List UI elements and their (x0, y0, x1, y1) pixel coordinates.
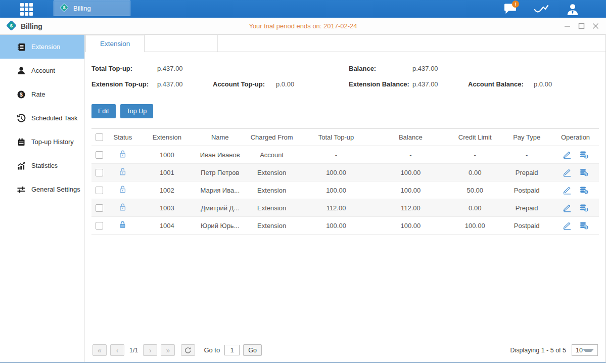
topup-history-icon (16, 137, 26, 147)
reports-chart-icon[interactable] (533, 3, 549, 16)
topup-button[interactable]: Top Up (120, 104, 154, 118)
trial-notice: Your trial period ends on: 2017-02-24 (0, 22, 606, 30)
sidebar-item-general-settings[interactable]: General Settings (0, 177, 84, 201)
header-operation: Operation (552, 133, 599, 141)
cell-credit-limit: 50.00 (448, 187, 501, 194)
row-checkbox[interactable] (96, 151, 103, 159)
cell-balance: - (372, 151, 448, 159)
account-balance-label: Account Balance: (468, 80, 534, 88)
edit-pencil-icon[interactable] (563, 204, 572, 212)
topup-coins-icon[interactable]: $ (579, 204, 589, 212)
cell-balance: 100.00 (372, 187, 448, 194)
notifications-chat-icon[interactable]: ! (502, 3, 518, 16)
statistics-icon (16, 161, 26, 170)
scheduled-task-icon (16, 113, 26, 123)
sidebar-item-extension[interactable]: Extension (0, 35, 84, 59)
sidebar-item-label: Top-up History (31, 138, 74, 146)
goto-page-input[interactable] (224, 345, 240, 355)
unlocked-icon (118, 150, 127, 160)
row-checkbox[interactable] (96, 187, 103, 194)
svg-text:$: $ (585, 172, 587, 176)
sidebar-item-statistics[interactable]: Statistics (0, 154, 84, 177)
minimize-icon[interactable] (563, 22, 572, 31)
cell-total-topup: 112.00 (300, 204, 373, 212)
cell-balance: 100.00 (372, 169, 448, 176)
svg-text:$: $ (585, 155, 587, 159)
cell-charged-from: Extension (244, 204, 300, 212)
top-bar: $ Billing ! (0, 0, 606, 18)
account-topup-label: Account Top-up: (213, 80, 276, 88)
sidebar-item-label: Statistics (31, 162, 58, 169)
sidebar-item-account[interactable]: Account (0, 59, 84, 82)
header-total-topup: Total Top-up (300, 133, 373, 141)
tab-bar: Extension (85, 35, 605, 52)
cell-name: Юрий Юрь... (196, 222, 244, 230)
sidebar-item-scheduled-task[interactable]: Scheduled Task (0, 106, 84, 130)
row-checkbox[interactable] (96, 204, 103, 212)
sidebar: Extension Account $ Rate Scheduled Task … (0, 35, 85, 362)
edit-button[interactable]: Edit (91, 104, 116, 118)
header-charged-from: Charged From (244, 133, 300, 141)
tab-extension[interactable]: Extension (85, 35, 145, 52)
cell-balance: 100.00 (372, 222, 448, 230)
edit-pencil-icon[interactable] (563, 186, 572, 195)
select-all-checkbox[interactable] (96, 133, 103, 141)
table-row: 1001 Петр Петров Extension 100.00 100.00… (91, 164, 599, 181)
first-page-button[interactable]: « (92, 344, 107, 356)
last-page-button[interactable]: » (161, 344, 175, 356)
cell-credit-limit: 100.00 (448, 222, 501, 230)
table-row: 1003 Дмитрий Д... Extension 112.00 112.0… (91, 199, 599, 217)
row-checkbox[interactable] (96, 169, 103, 176)
displaying-text: Displaying 1 - 5 of 5 (510, 347, 566, 354)
account-icon (16, 66, 26, 75)
topup-coins-icon[interactable]: $ (579, 221, 589, 230)
cell-total-topup: 100.00 (300, 222, 373, 230)
window-title-bar: $ Billing Your trial period ends on: 201… (0, 18, 606, 35)
close-icon[interactable] (591, 22, 600, 31)
topup-coins-icon[interactable]: $ (579, 151, 589, 159)
billing-diamond-icon: $ (59, 3, 69, 14)
window-title: Billing (21, 22, 42, 30)
apps-grid-icon[interactable] (20, 3, 32, 15)
header-extension: Extension (138, 133, 196, 141)
account-topup-value: p.0.00 (276, 80, 349, 88)
topup-coins-icon[interactable]: $ (579, 186, 589, 195)
billing-app-icon: $ (6, 20, 17, 32)
unlocked-icon (118, 185, 127, 195)
cell-name: Мария Ива... (196, 187, 244, 194)
edit-pencil-icon[interactable] (563, 221, 572, 230)
user-account-icon[interactable] (565, 3, 581, 16)
page-size-value: 10 (576, 347, 583, 354)
rate-icon: $ (16, 89, 26, 99)
sidebar-item-topup-history[interactable]: Top-up History (0, 130, 84, 154)
go-button[interactable]: Go (243, 344, 262, 356)
prev-page-button[interactable]: ‹ (110, 344, 124, 356)
cell-charged-from: Extension (244, 169, 300, 176)
taskbar-item-billing[interactable]: $ Billing (54, 1, 130, 16)
maximize-icon[interactable] (577, 22, 586, 31)
cell-balance: 112.00 (372, 204, 448, 212)
cell-pay-type: - (501, 151, 552, 159)
header-credit-limit: Credit Limit (448, 133, 501, 141)
cell-extension: 1003 (138, 204, 196, 212)
chevron-down-icon (583, 349, 594, 352)
billing-summary: Total Top-up: p.437.00 Balance: p.437.00… (91, 61, 599, 92)
sidebar-item-rate[interactable]: $ Rate (0, 82, 84, 106)
cell-total-topup: - (300, 151, 373, 159)
topup-coins-icon[interactable]: $ (579, 168, 589, 177)
total-topup-value: p.437.00 (157, 65, 213, 72)
unlocked-icon (118, 167, 127, 177)
tab-stub (145, 35, 218, 52)
edit-pencil-icon[interactable] (563, 151, 572, 159)
row-checkbox[interactable] (96, 222, 103, 230)
next-page-button[interactable]: › (143, 344, 157, 356)
edit-pencil-icon[interactable] (563, 168, 572, 177)
sidebar-item-label: Scheduled Task (31, 114, 78, 122)
page-indicator: 1/1 (129, 347, 138, 354)
cell-pay-type: Postpaid (501, 222, 552, 230)
table-header-row: Status Extension Name Charged From Total… (91, 128, 599, 146)
svg-text:$: $ (10, 23, 13, 28)
table-row: 1000 Иван Иванов Account - - - - $ (91, 146, 599, 164)
page-size-select[interactable]: 10 (572, 344, 598, 356)
refresh-icon[interactable] (181, 344, 195, 356)
